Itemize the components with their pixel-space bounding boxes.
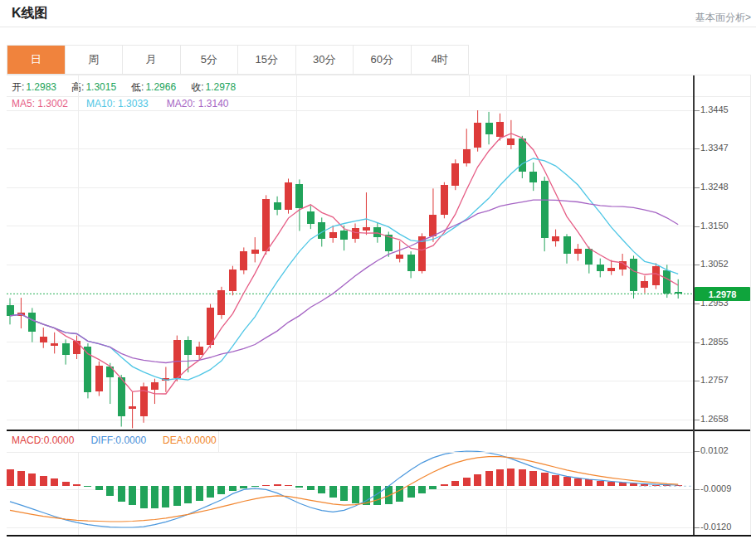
axis-tick: [695, 265, 700, 265]
axis-tick: [695, 226, 700, 227]
macd-bar: [529, 471, 537, 487]
candle: [95, 366, 103, 391]
candle: [240, 251, 247, 270]
candle: [73, 341, 80, 354]
candle: [597, 265, 604, 271]
candle: [262, 199, 270, 251]
candle: [441, 185, 448, 215]
macd-bar: [418, 486, 426, 493]
macd-bar: [295, 486, 303, 488]
macd-bar: [40, 476, 47, 486]
axis-label: 1.3052: [700, 259, 729, 269]
macd-item: DEA:0.0000: [163, 435, 217, 446]
axis-tick: [695, 187, 700, 188]
axis-label: 1.2658: [700, 414, 729, 424]
candle: [363, 227, 370, 230]
tab-日[interactable]: 日: [7, 46, 66, 74]
candle: [307, 211, 315, 225]
macd-bar: [441, 484, 448, 486]
candle: [196, 347, 203, 355]
candle: [184, 340, 192, 355]
macd-bar: [519, 469, 526, 487]
macd-bar: [118, 486, 125, 501]
macd-item: MACD:0.0000: [12, 435, 74, 446]
candle: [574, 249, 582, 254]
macd-bar: [262, 485, 270, 486]
candle: [62, 343, 70, 355]
candle: [541, 181, 549, 238]
axis-label: -0.0009: [700, 483, 731, 493]
macd-bar: [229, 486, 237, 491]
axis-tick: [695, 148, 700, 149]
candle: [563, 236, 571, 254]
candle: [485, 123, 493, 134]
candle: [373, 227, 381, 237]
kline-canvas: [7, 75, 693, 537]
candle: [507, 138, 515, 145]
title-divider: [0, 27, 756, 27]
bottom-border: [7, 535, 751, 537]
macd-bar: [340, 486, 348, 500]
macd-bar: [162, 486, 169, 507]
macd-bar: [607, 482, 615, 486]
candle: [474, 123, 481, 148]
fundamental-analysis-link[interactable]: 基本面分析>: [695, 11, 751, 25]
ma20-line: [10, 200, 678, 362]
candle: [552, 236, 559, 241]
tab-周[interactable]: 周: [66, 46, 124, 74]
macd-bar: [630, 483, 637, 486]
macd-bar: [585, 479, 593, 486]
macd-bar: [385, 486, 393, 504]
candle: [51, 343, 58, 346]
macd-bar: [129, 486, 136, 505]
candle: [663, 270, 671, 294]
candle: [641, 281, 648, 288]
axis-label: 1.3445: [700, 104, 729, 114]
macd-bar: [552, 475, 559, 487]
macd-strip-divider: [218, 431, 219, 452]
panel-separator: [7, 430, 751, 431]
candle: [285, 182, 292, 210]
price-axis-line: [693, 75, 695, 537]
macd-bar: [184, 486, 192, 503]
candle: [7, 305, 14, 316]
candle: [318, 222, 325, 239]
axis-tick: [695, 110, 700, 111]
ma5-line: [10, 134, 678, 394]
axis-tick: [695, 420, 700, 420]
macd-bar: [274, 484, 281, 486]
candle: [207, 308, 214, 345]
macd-strip-border: [7, 452, 693, 453]
tab-60分[interactable]: 60分: [354, 46, 412, 74]
candle: [251, 250, 259, 254]
macd-bar: [496, 469, 504, 486]
interval-tabs: 日周月5分15分30分60分4时: [7, 45, 469, 75]
axis-label: 1.3248: [700, 182, 729, 192]
tab-5分[interactable]: 5分: [181, 46, 239, 74]
candle: [652, 266, 660, 285]
candle: [217, 290, 225, 315]
macd-bar: [106, 486, 114, 496]
candle: [585, 249, 593, 265]
candle: [463, 149, 471, 163]
macd-bar: [62, 482, 70, 486]
tab-30分[interactable]: 30分: [296, 46, 354, 74]
candle: [396, 255, 403, 259]
axis-tick: [695, 303, 700, 304]
macd-bar: [140, 486, 148, 508]
macd-bar: [17, 471, 25, 486]
macd-bar: [196, 486, 203, 500]
macd-bar: [73, 484, 80, 486]
axis-label: 0.0102: [700, 445, 729, 455]
tab-月[interactable]: 月: [123, 46, 181, 74]
macd-info-row: MACD:0.0000DIFF:0.0000DEA:0.0000: [12, 435, 217, 446]
candle: [40, 337, 47, 342]
candle: [151, 382, 159, 390]
tab-15分[interactable]: 15分: [238, 46, 296, 74]
macd-bar: [173, 486, 181, 506]
macd-bar: [407, 486, 415, 497]
candle: [173, 340, 181, 378]
axis-tick: [695, 489, 700, 490]
tab-4时[interactable]: 4时: [412, 46, 469, 74]
candle: [118, 377, 125, 416]
